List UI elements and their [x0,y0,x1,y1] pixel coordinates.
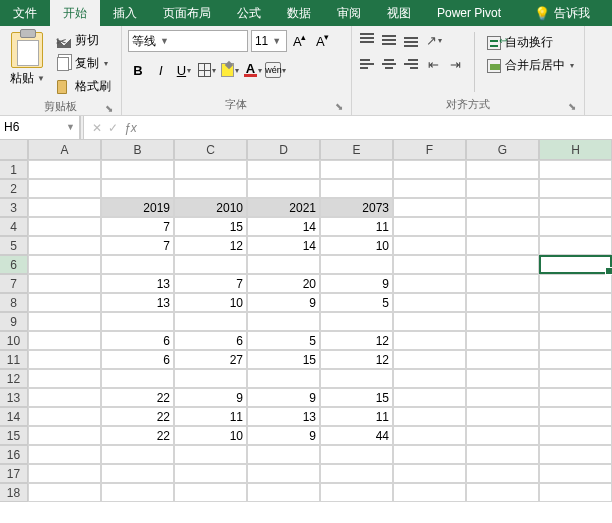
cell[interactable]: 9 [247,426,320,445]
cell[interactable]: 14 [247,236,320,255]
cell[interactable] [393,312,466,331]
row-header[interactable]: 16 [0,445,28,464]
cell[interactable]: 2019 [101,198,174,217]
cell[interactable] [174,369,247,388]
cell[interactable]: 12 [320,331,393,350]
cell[interactable] [320,464,393,483]
cell[interactable]: 13 [101,293,174,312]
cell[interactable] [28,217,101,236]
cell[interactable] [247,445,320,464]
cell[interactable]: 11 [320,407,393,426]
underline-button[interactable]: U▾ [174,60,194,80]
col-header[interactable]: H [539,140,612,160]
cell[interactable] [247,312,320,331]
cell[interactable] [28,160,101,179]
cell[interactable]: 12 [174,236,247,255]
cell[interactable]: 20 [247,274,320,293]
cell[interactable] [539,198,612,217]
cell[interactable]: 15 [320,388,393,407]
cell[interactable] [466,274,539,293]
cell[interactable] [320,179,393,198]
enter-formula-button[interactable]: ✓ [108,121,118,135]
cell[interactable] [101,312,174,331]
cell[interactable] [393,445,466,464]
cancel-formula-button[interactable]: ✕ [92,121,102,135]
cell[interactable] [101,369,174,388]
cell[interactable] [28,312,101,331]
cell[interactable] [393,198,466,217]
cell[interactable] [28,426,101,445]
cell[interactable]: 5 [320,293,393,312]
cell[interactable] [466,236,539,255]
cell[interactable]: 10 [174,293,247,312]
cell[interactable]: 9 [247,388,320,407]
row-header[interactable]: 6 [0,255,28,274]
cell[interactable]: 6 [101,350,174,369]
cell[interactable] [393,236,466,255]
cell[interactable] [466,426,539,445]
cell[interactable] [466,369,539,388]
cell[interactable] [101,483,174,502]
cell[interactable] [393,179,466,198]
cell[interactable] [466,445,539,464]
cell[interactable]: 5 [247,331,320,350]
cell[interactable]: 9 [247,293,320,312]
cell[interactable]: 13 [101,274,174,293]
select-all-corner[interactable] [0,140,28,160]
paste-button[interactable]: 粘贴▼ [6,30,49,89]
cell[interactable] [539,350,612,369]
name-box[interactable]: H6▼ [0,116,80,140]
cell[interactable]: 14 [247,217,320,236]
cut-button[interactable]: 剪切 [53,30,115,51]
cell[interactable] [466,198,539,217]
cell[interactable] [539,293,612,312]
cell[interactable] [393,217,466,236]
cell[interactable] [393,255,466,274]
cell[interactable] [539,217,612,236]
tab-review[interactable]: 审阅 [324,0,374,26]
wrap-text-button[interactable]: 自动换行 [483,32,578,53]
cell[interactable]: 7 [101,217,174,236]
row-header[interactable]: 8 [0,293,28,312]
tab-power-pivot[interactable]: Power Pivot [424,0,514,26]
row-header[interactable]: 2 [0,179,28,198]
cell[interactable]: 15 [174,217,247,236]
font-color-button[interactable]: A▾ [243,60,263,80]
copy-button[interactable]: 复制▾ [53,53,115,74]
row-header[interactable]: 14 [0,407,28,426]
cell[interactable] [28,198,101,217]
cell[interactable] [539,236,612,255]
row-header[interactable]: 1 [0,160,28,179]
cell[interactable]: 6 [101,331,174,350]
cell[interactable] [539,407,612,426]
insert-function-button[interactable]: ƒx [124,121,137,135]
increase-font-button[interactable]: A▴ [290,31,310,51]
cell[interactable]: 10 [320,236,393,255]
cell[interactable] [28,274,101,293]
cell[interactable] [174,255,247,274]
tab-insert[interactable]: 插入 [100,0,150,26]
row-header[interactable]: 12 [0,369,28,388]
cell[interactable]: 12 [320,350,393,369]
cell[interactable] [539,160,612,179]
cell[interactable] [393,293,466,312]
row-header[interactable]: 13 [0,388,28,407]
cell[interactable] [466,407,539,426]
tab-formulas[interactable]: 公式 [224,0,274,26]
align-top-button[interactable] [358,30,378,50]
cell[interactable] [28,255,101,274]
cell[interactable] [466,350,539,369]
col-header[interactable]: E [320,140,393,160]
row-header[interactable]: 7 [0,274,28,293]
cell[interactable]: 2021 [247,198,320,217]
col-header[interactable]: B [101,140,174,160]
cell[interactable] [539,464,612,483]
cell[interactable]: 11 [174,407,247,426]
cell[interactable] [320,312,393,331]
cell[interactable] [28,179,101,198]
cell[interactable]: 11 [320,217,393,236]
row-header[interactable]: 11 [0,350,28,369]
cell[interactable] [247,483,320,502]
cell[interactable] [539,426,612,445]
cell[interactable] [393,426,466,445]
